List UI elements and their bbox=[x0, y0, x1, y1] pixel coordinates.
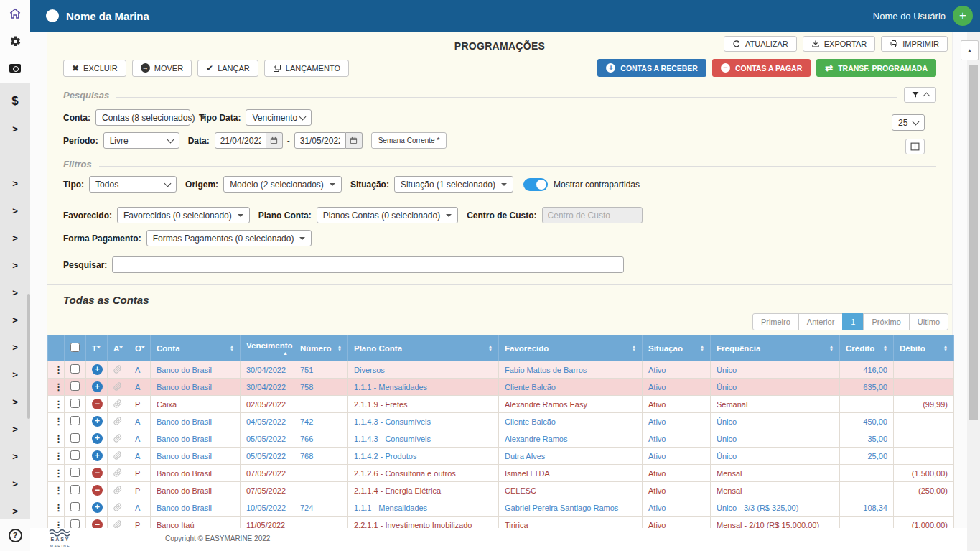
tipo-data-select[interactable]: Vencimento bbox=[246, 109, 312, 126]
sidebar-item-menu[interactable]: > bbox=[0, 224, 30, 251]
select-all-checkbox[interactable] bbox=[70, 343, 80, 352]
header-favorecido[interactable]: Favorecido▲▼ bbox=[499, 335, 643, 361]
periodo-select[interactable]: Livre bbox=[103, 132, 179, 149]
pagination-first[interactable]: Primeiro bbox=[752, 313, 799, 330]
sidebar-item-settings[interactable] bbox=[0, 27, 30, 55]
sidebar-item-home[interactable] bbox=[0, 0, 30, 27]
table-row[interactable]: ⋮−PCaixa02/05/20222.1.1.9 - FretesAlexan… bbox=[48, 396, 954, 413]
header-situacao[interactable]: Situação▲▼ bbox=[643, 335, 711, 361]
row-menu-icon[interactable]: ⋮ bbox=[54, 502, 63, 513]
sidebar-item-menu[interactable]: > bbox=[0, 415, 30, 443]
export-button[interactable]: EXPORTAR bbox=[803, 36, 876, 52]
row-checkbox[interactable] bbox=[70, 468, 80, 477]
semana-corrente-button[interactable]: Semana Corrente * bbox=[371, 132, 447, 149]
calendar-button[interactable] bbox=[346, 132, 363, 149]
print-button[interactable]: IMPRIMIR bbox=[881, 36, 948, 52]
row-menu-icon[interactable]: ⋮ bbox=[54, 399, 63, 409]
header-debito[interactable]: Débito▲▼ bbox=[894, 335, 954, 361]
sidebar-item-menu[interactable]: > bbox=[0, 115, 30, 142]
sidebar-item-menu[interactable]: > bbox=[0, 388, 30, 415]
row-checkbox[interactable] bbox=[70, 433, 80, 443]
pagination-last[interactable]: Último bbox=[909, 313, 948, 330]
row-menu-icon[interactable]: ⋮ bbox=[54, 416, 63, 427]
plano-conta-multiselect[interactable]: Planos Contas (0 selecionado) bbox=[317, 207, 458, 223]
scrollbar-thumb[interactable] bbox=[969, 65, 978, 420]
table-row[interactable]: ⋮+ABanco do Brasil30/04/2022751DiversosF… bbox=[48, 361, 954, 379]
pagination-prev[interactable]: Anterior bbox=[798, 313, 844, 330]
sidebar-item-menu[interactable]: > bbox=[0, 361, 30, 388]
forma-pagamento-multiselect[interactable]: Formas Pagamentos (0 selecionado) bbox=[146, 230, 312, 246]
table-row[interactable]: ⋮+ABanco do Brasil10/05/20227241.1.1 - M… bbox=[48, 499, 954, 517]
sidebar-item-menu[interactable]: > bbox=[0, 170, 30, 197]
table-row[interactable]: ⋮−PBanco do Brasil07/05/20222.1.2.6 - Co… bbox=[48, 465, 954, 482]
row-checkbox[interactable] bbox=[70, 364, 80, 374]
attachment-icon[interactable] bbox=[113, 434, 122, 443]
contas-a-pagar-button[interactable]: − CONTAS A PAGAR bbox=[712, 59, 811, 77]
move-button[interactable]: → MOVER bbox=[132, 60, 192, 77]
sidebar-item-menu[interactable]: > bbox=[0, 470, 30, 497]
attachment-icon[interactable] bbox=[113, 468, 122, 477]
sidebar-item-menu[interactable]: > bbox=[0, 443, 30, 470]
row-checkbox[interactable] bbox=[70, 399, 80, 408]
launch-button[interactable]: ✔ LANÇAR bbox=[197, 60, 258, 77]
table-row[interactable]: ⋮−PBanco do Brasil07/05/20222.1.1.4 - En… bbox=[48, 482, 954, 499]
user-name[interactable]: Nome do Usuário bbox=[873, 11, 946, 22]
columns-button[interactable] bbox=[905, 139, 925, 154]
sidebar-scrollbar-thumb[interactable] bbox=[27, 294, 30, 419]
header-credito[interactable]: Crédito▲▼ bbox=[840, 335, 894, 361]
scroll-up-button[interactable]: ▲ bbox=[961, 40, 979, 60]
calendar-button[interactable] bbox=[266, 132, 283, 149]
origem-multiselect[interactable]: Modelo (2 selecionados) bbox=[223, 176, 342, 193]
pagination-page-1[interactable]: 1 bbox=[842, 313, 864, 330]
sidebar-item-payments[interactable] bbox=[0, 55, 30, 82]
header-select-all[interactable] bbox=[65, 335, 86, 361]
page-size-select[interactable]: 25 bbox=[892, 114, 925, 131]
header-plano-conta[interactable]: Plano Conta▲▼ bbox=[348, 335, 499, 361]
delete-button[interactable]: ✖ EXCLUIR bbox=[63, 60, 126, 77]
header-vencimento[interactable]: Vencimento▲ bbox=[241, 335, 294, 361]
favorecido-multiselect[interactable]: Favorecidos (0 selecionado) bbox=[117, 207, 250, 223]
row-menu-icon[interactable]: ⋮ bbox=[54, 364, 63, 375]
entry-button[interactable]: LANÇAMENTO bbox=[264, 60, 349, 77]
header-frequencia[interactable]: Frequência▲▼ bbox=[711, 335, 840, 361]
row-menu-icon[interactable]: ⋮ bbox=[54, 433, 63, 444]
conta-multiselect[interactable]: Contas (8 selecionados) bbox=[95, 109, 190, 126]
add-user-button[interactable]: + bbox=[953, 6, 973, 26]
table-row[interactable]: ⋮+ABanco do Brasil04/05/20227421.1.4.3 -… bbox=[48, 413, 954, 430]
attachment-icon[interactable] bbox=[113, 451, 122, 460]
sidebar-item-menu[interactable]: > bbox=[0, 251, 30, 279]
pagination-next[interactable]: Próximo bbox=[863, 313, 909, 330]
search-input[interactable] bbox=[112, 256, 624, 273]
mostrar-contrapartidas-toggle[interactable] bbox=[523, 178, 548, 191]
filter-collapse-button[interactable] bbox=[904, 87, 936, 103]
sidebar-item-finance[interactable]: $ bbox=[0, 88, 30, 115]
attachment-icon[interactable] bbox=[113, 382, 122, 391]
row-checkbox[interactable] bbox=[70, 450, 80, 460]
attachment-icon[interactable] bbox=[113, 365, 122, 374]
sidebar-item-menu[interactable]: > bbox=[0, 279, 30, 306]
refresh-button[interactable]: ATUALIZAR bbox=[724, 36, 797, 52]
row-menu-icon[interactable]: ⋮ bbox=[54, 485, 63, 496]
sidebar-item-menu[interactable]: > bbox=[0, 197, 30, 224]
row-checkbox[interactable] bbox=[70, 502, 80, 511]
table-row[interactable]: ⋮+ABanco do Brasil30/04/20227581.1.1 - M… bbox=[48, 379, 954, 396]
row-menu-icon[interactable]: ⋮ bbox=[54, 381, 63, 392]
transf-programada-button[interactable]: ⇄ TRANSF. PROGRAMADA bbox=[816, 59, 936, 77]
header-conta[interactable]: Conta▲▼ bbox=[151, 335, 241, 361]
situacao-multiselect[interactable]: Situação (1 selecionado) bbox=[394, 176, 513, 193]
row-checkbox[interactable] bbox=[70, 416, 80, 425]
attachment-icon[interactable] bbox=[113, 486, 122, 494]
header-numero[interactable]: Número▲▼ bbox=[294, 335, 348, 361]
attachment-icon[interactable] bbox=[113, 503, 122, 511]
row-menu-icon[interactable]: ⋮ bbox=[54, 468, 63, 478]
row-checkbox[interactable] bbox=[70, 381, 80, 391]
row-menu-icon[interactable]: ⋮ bbox=[54, 450, 63, 461]
sidebar-item-menu[interactable]: > bbox=[0, 306, 30, 333]
data-end-input[interactable] bbox=[294, 132, 346, 149]
row-checkbox[interactable] bbox=[70, 485, 80, 494]
contas-a-receber-button[interactable]: + CONTAS A RECEBER bbox=[597, 59, 706, 77]
attachment-icon[interactable] bbox=[113, 399, 122, 408]
attachment-icon[interactable] bbox=[113, 520, 122, 529]
table-row[interactable]: ⋮+ABanco do Brasil05/05/20227681.1.4.2 -… bbox=[48, 448, 954, 465]
tipo-select[interactable]: Todos bbox=[89, 176, 177, 193]
